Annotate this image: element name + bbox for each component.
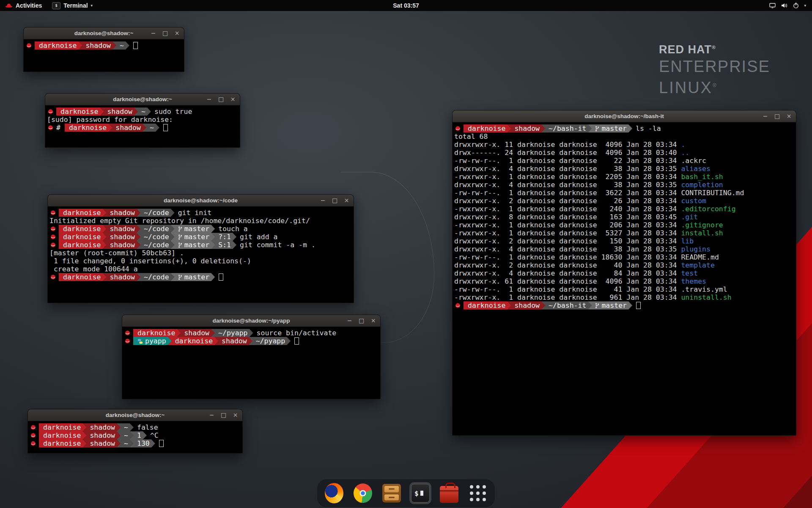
command-text: ^C (150, 431, 159, 439)
window-titlebar[interactable]: darknoise@shadow:~−□× (24, 28, 184, 39)
terminal-app-icon: $ (52, 2, 60, 9)
git-branch-icon (178, 234, 182, 240)
terminal-cursor (219, 273, 223, 281)
window-titlebar[interactable]: darknoise@shadow:~−□× (45, 94, 240, 105)
command-text: ls -la (636, 124, 661, 133)
dock-files[interactable] (381, 482, 403, 504)
volume-icon (781, 2, 788, 9)
terminal-line: total 68 (454, 133, 794, 141)
close-button[interactable]: × (343, 195, 350, 206)
system-menu[interactable]: ▾ (765, 0, 810, 11)
terminal-cursor (163, 124, 168, 131)
terminal-content[interactable]: darknoiseshadow~/codegit initInitialized… (48, 207, 354, 303)
terminal-content[interactable]: darknoiseshadow~falsedarknoiseshadow~1^C… (28, 421, 242, 453)
prompt-segment-scm: master (588, 124, 632, 133)
close-button[interactable]: × (174, 28, 180, 39)
output-text: .travis.yml (681, 285, 727, 293)
git-branch-icon (178, 274, 182, 280)
window-title: darknoise@shadow:~ (113, 96, 172, 102)
maximize-button[interactable]: □ (358, 315, 365, 326)
output-text: drwxrwxr-x. 61 darknoise darknoise 4096 … (454, 277, 681, 285)
chevron-down-icon: ▾ (804, 3, 806, 8)
window-titlebar[interactable]: darknoise@shadow:~/bash-it−□× (453, 110, 796, 122)
prompt-segment-host: shadow (100, 108, 138, 116)
prompt-segment-user: darknoise (168, 337, 218, 345)
maximize-button[interactable]: □ (162, 28, 168, 39)
root-indicator: # (56, 124, 65, 132)
output-text: [master (root-commit) 50bcb63] . (49, 249, 184, 257)
terminal-line: # darknoiseshadow~ (47, 124, 238, 132)
window-titlebar[interactable]: darknoise@shadow:~−□× (28, 409, 242, 421)
minimize-button[interactable]: − (320, 195, 326, 206)
terminal-content[interactable]: darknoiseshadow~ (24, 39, 184, 72)
dock-chrome[interactable] (352, 482, 374, 504)
close-button[interactable]: × (370, 315, 376, 326)
terminal-line: darknoiseshadow~false (30, 423, 241, 431)
command-text: git init (178, 209, 211, 217)
output-text: drwxrwxr-x. 2 darknoise darknoise 40 Jan… (454, 261, 681, 269)
minimize-button[interactable]: − (762, 110, 768, 122)
terminal-line: darknoiseshadow~/codemastertouch a (49, 225, 352, 233)
minimize-button[interactable]: − (206, 94, 212, 105)
minimize-button[interactable]: − (150, 28, 156, 39)
terminal-content[interactable]: darknoiseshadow~/bash-itmasterls -latota… (453, 122, 796, 435)
clock[interactable]: Sat 03:57 (393, 2, 419, 9)
terminal-line: pyappdarknoiseshadow~/pyapp (124, 337, 379, 345)
python-icon (137, 339, 143, 344)
close-button[interactable]: × (230, 94, 236, 105)
output-text: README.md (681, 253, 719, 261)
terminal-line: -rw-rw-r--. 1 darknoise darknoise 18630 … (454, 253, 794, 261)
maximize-button[interactable]: □ (332, 195, 338, 206)
app-menu[interactable]: $ Terminal ▾ (47, 0, 98, 11)
command-text: sudo true (154, 108, 192, 116)
terminal-content[interactable]: darknoiseshadow~sudo true[sudo] password… (45, 105, 240, 147)
terminal-content[interactable]: darknoiseshadow~/pyappsource bin/activat… (122, 327, 380, 399)
redhat-icon (30, 425, 36, 430)
terminal-line: darknoiseshadow~/codemaster (49, 273, 352, 281)
output-text: drwxrwxr-x. 8 darknoise darknoise 163 Ja… (454, 213, 681, 221)
prompt-segment-host: shadow (507, 124, 545, 133)
dock-firefox[interactable] (323, 482, 345, 504)
output-text: .gitignore (681, 221, 723, 229)
window-title: darknoise@shadow:~ (106, 412, 165, 418)
prompt-segment-path: ~/bash-it (541, 301, 592, 309)
prompt-segment-user: darknoise (59, 209, 106, 217)
window-titlebar[interactable]: darknoise@shadow:~/code−□× (48, 195, 354, 207)
redhat-icon (48, 125, 53, 130)
close-button[interactable]: × (232, 409, 239, 421)
firefox-icon (325, 483, 343, 503)
prompt-segment-host: shadow (82, 431, 121, 439)
terminal-line: -rw-rw-r--. 1 darknoise darknoise 3622 J… (454, 189, 794, 197)
close-button[interactable]: × (786, 110, 792, 122)
minimize-button[interactable]: − (208, 409, 215, 421)
maximize-button[interactable]: □ (218, 94, 224, 105)
dock-show-applications[interactable] (467, 482, 489, 504)
prompt-segment-scm: master (171, 233, 215, 241)
prompt-segment-user: darknoise (39, 431, 86, 439)
prompt-segment-user: darknoise (133, 329, 181, 337)
git-branch-icon (178, 226, 182, 232)
maximize-button[interactable]: □ (774, 110, 780, 122)
terminal-line: [master (root-commit) 50bcb63] . (49, 249, 352, 257)
activities-button[interactable]: Activities (0, 0, 47, 11)
prompt-segment-user: darknoise (59, 241, 106, 249)
terminal-line: darknoiseshadow~1^C (30, 431, 241, 439)
maximize-button[interactable]: □ (220, 409, 227, 421)
terminal-line: -rwxrwxr-x. 1 darknoise darknoise 206 Ja… (454, 221, 794, 229)
terminal-window: darknoise@shadow:~/code−□×darknoiseshado… (47, 194, 354, 303)
prompt-segment-user: darknoise (56, 108, 104, 116)
prompt-segment-path: ~/code (137, 241, 175, 249)
output-text: drwxrwxr-x. 4 darknoise darknoise 38 Jan… (454, 165, 681, 173)
output-text: install.sh (681, 229, 723, 237)
top-bar: Activities $ Terminal ▾ Sat 03:57 ▾ (0, 0, 812, 11)
window-titlebar[interactable]: darknoise@shadow:~/pyapp−□× (122, 315, 380, 327)
output-text: .. (681, 149, 689, 157)
dock-terminal[interactable]: $ (409, 482, 431, 504)
prompt-segment-user: darknoise (39, 423, 86, 431)
files-icon (382, 484, 401, 502)
output-text: drwx------. 24 darknoise darknoise 4096 … (454, 149, 681, 157)
minimize-button[interactable]: − (346, 315, 353, 326)
output-text: plugins (681, 245, 710, 253)
dock-toolbox[interactable] (438, 482, 460, 504)
output-text: .git (681, 213, 698, 221)
